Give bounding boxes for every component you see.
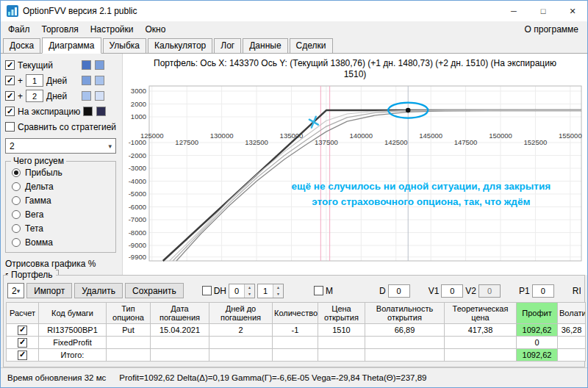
color-swatch[interactable] xyxy=(83,107,93,116)
y-axis-label: 2000 xyxy=(131,100,146,108)
plus2-checkbox[interactable]: ✓ xyxy=(5,91,15,101)
spin-down-icon[interactable]: ▾ xyxy=(273,291,283,298)
menu-trading[interactable]: Торговля xyxy=(36,23,85,36)
col-header-profit: Профит xyxy=(517,303,558,324)
portfolio-select-value: 2 xyxy=(12,286,17,296)
radio-row-gamma: Гамма xyxy=(12,193,111,207)
table-header-row: Расчет Код бумаги Тип опциона Дата погаш… xyxy=(7,303,586,324)
tab-smile[interactable]: Улыбка xyxy=(103,38,147,53)
row-checkbox[interactable]: ✓ xyxy=(18,326,27,335)
radio-delta[interactable] xyxy=(12,182,21,191)
tab-calculator[interactable]: Калькулятор xyxy=(148,38,212,53)
radio-vomma-label: Вомма xyxy=(25,237,53,248)
x-axis-label: 125000 xyxy=(140,132,164,140)
spinner-arrows[interactable]: ▴ ▾ xyxy=(244,284,254,298)
row-checkbox[interactable]: ✓ xyxy=(18,351,27,360)
col-header-volatility: Волатильн xyxy=(558,303,586,324)
cell-volatility xyxy=(558,337,586,349)
tab-deals[interactable]: Сделки xyxy=(290,38,333,53)
portfolio-select[interactable]: 2 ▾ xyxy=(7,283,24,298)
spinner-arrows[interactable]: ▴ ▾ xyxy=(273,284,283,298)
tab-board[interactable]: Доска xyxy=(3,38,40,53)
menu-about[interactable]: О программе xyxy=(517,23,586,36)
spin-up-icon[interactable]: ▴ xyxy=(245,284,254,291)
import-button[interactable]: Импорт xyxy=(26,283,72,298)
color-swatch[interactable] xyxy=(82,76,91,85)
row-checkbox[interactable]: ✓ xyxy=(18,338,27,348)
y-axis-label: -8000 xyxy=(129,229,146,237)
cell-option-type xyxy=(107,337,151,349)
radio-gamma[interactable] xyxy=(12,196,21,205)
dh-checkbox[interactable] xyxy=(202,286,212,295)
menu-settings[interactable]: Настройки xyxy=(85,23,140,36)
y-axis-label: -5000 xyxy=(129,190,146,198)
v1-input[interactable] xyxy=(441,284,463,298)
cell-expiry-date xyxy=(151,349,209,362)
spin-down-icon[interactable]: ▾ xyxy=(245,291,254,298)
cell-open-volatility xyxy=(365,337,445,349)
color-swatch[interactable] xyxy=(82,60,91,70)
compare-strategy-row: Сравнить со стратегией xyxy=(5,119,119,134)
compare-strategy-checkbox[interactable] xyxy=(5,122,15,132)
x-axis-label: 137500 xyxy=(315,138,338,146)
cell-open-volatility xyxy=(365,349,445,362)
payoff-chart[interactable]: 300020001000-1000-2000-3000-4000-5000-60… xyxy=(127,82,587,265)
y-axis-label: -3000 xyxy=(129,164,146,172)
plus2-days-input[interactable] xyxy=(26,90,43,102)
d-input[interactable] xyxy=(388,284,410,298)
plus1-checkbox[interactable]: ✓ xyxy=(5,76,15,85)
save-button[interactable]: Сохранить xyxy=(125,283,184,298)
table-row-total[interactable]: ✓ Итого: 1092,62 xyxy=(7,349,586,362)
radio-vega[interactable] xyxy=(12,210,21,219)
days-label: Дней xyxy=(46,91,67,101)
dh-spinner-1[interactable]: 0 ▴ ▾ xyxy=(229,284,255,298)
maximize-button[interactable]: □ xyxy=(528,1,558,21)
draw-what-title: Чего рисуем xyxy=(11,156,66,166)
current-checkbox[interactable]: ✓ xyxy=(5,60,15,70)
x-axis-label: 147500 xyxy=(454,138,478,146)
radio-vega-label: Вега xyxy=(25,209,43,220)
title-bar: OptionFVV версия 2.1 public ─ □ ✕ xyxy=(1,1,587,21)
menu-window[interactable]: Окно xyxy=(140,23,172,36)
spin-up-icon[interactable]: ▴ xyxy=(273,284,283,291)
expiration-checkbox[interactable]: ✓ xyxy=(5,107,15,116)
portfolio-legend: Портфель xyxy=(8,270,56,280)
cell-ticker: FixedProfit xyxy=(39,337,107,349)
color-swatch[interactable] xyxy=(82,91,91,101)
dh-label: DH xyxy=(214,286,226,296)
plus1-days-input[interactable] xyxy=(26,74,43,87)
radio-theta[interactable] xyxy=(12,224,21,233)
cell-theoretical-price xyxy=(445,337,517,349)
delete-button[interactable]: Удалить xyxy=(74,283,123,298)
color-swatch[interactable] xyxy=(95,60,104,70)
v2-input[interactable] xyxy=(478,284,501,298)
col-header-days-to-expiry: Дней до погашения xyxy=(209,303,273,324)
tab-log[interactable]: Лог xyxy=(214,38,241,53)
cell-profit: 1092,62 xyxy=(517,324,558,337)
table-row[interactable]: ✓ RI137500BP1 Put 15.04.2021 2 -1 1510 6… xyxy=(7,324,586,337)
color-swatch[interactable] xyxy=(95,76,104,85)
cell-days xyxy=(209,349,273,362)
tab-diagram[interactable]: Диаграмма xyxy=(42,37,101,54)
app-icon xyxy=(7,5,18,17)
strategy-select[interactable]: 2 ▾ xyxy=(5,138,116,154)
minimize-button[interactable]: ─ xyxy=(499,1,528,21)
x-axis-label: 150000 xyxy=(489,132,512,140)
dh-spinner-2[interactable]: 1 ▴ ▾ xyxy=(257,284,284,298)
color-swatch[interactable] xyxy=(96,107,106,116)
close-button[interactable]: ✕ xyxy=(558,1,587,21)
dh-spinner-2-value: 1 xyxy=(258,284,273,298)
color-swatch[interactable] xyxy=(95,91,104,101)
cell-theoretical-price xyxy=(445,349,517,362)
status-bar: Время обновления 32 мс Profit=1092,62 De… xyxy=(1,367,587,387)
check-icon: ✓ xyxy=(7,61,13,69)
expiration-swatches xyxy=(83,107,121,116)
m-checkbox[interactable] xyxy=(314,286,323,295)
m-label: М xyxy=(326,286,333,296)
table-row[interactable]: ✓ FixedProfit 0 xyxy=(7,337,586,349)
p1-input[interactable] xyxy=(532,284,554,298)
radio-profit[interactable] xyxy=(12,168,21,177)
tab-data[interactable]: Данные xyxy=(243,38,287,53)
radio-vomma[interactable] xyxy=(12,238,21,247)
menu-file[interactable]: Файл xyxy=(2,23,36,36)
